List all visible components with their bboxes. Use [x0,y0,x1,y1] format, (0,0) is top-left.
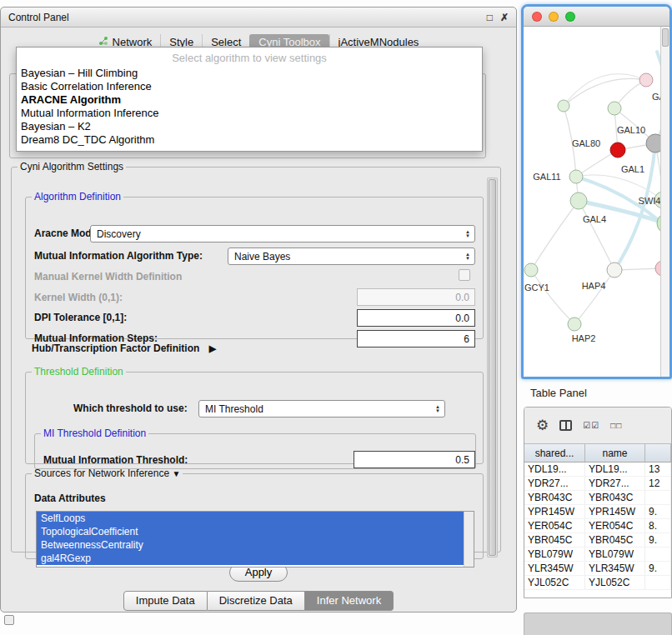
table-cell[interactable]: 13 [645,462,671,476]
which-threshold-label: Which threshold to use: [73,402,188,414]
table-cell[interactable]: YBL079W [585,548,645,561]
table-row[interactable]: YDL19...YDL19...13 [524,462,671,477]
network-edge[interactable] [531,270,574,324]
algorithm-option[interactable]: Mutual Information Inference [17,107,482,120]
attribute-item[interactable]: gal4RGexp [37,552,464,565]
mi-steps-field[interactable]: 6 [357,330,475,348]
close-window-icon[interactable]: ✗ [500,12,509,23]
table-cell[interactable]: YDL19... [585,462,645,476]
settings-scrollbar-thumb[interactable] [489,179,496,556]
bottom-tab-impute-data[interactable]: Impute Data [123,591,208,611]
network-edge[interactable] [531,201,579,270]
minimize-traffic-light[interactable] [549,12,559,22]
bottom-tab-discretize-data[interactable]: Discretize Data [208,591,305,611]
table-cell[interactable]: YDR27... [585,477,645,490]
table-cell[interactable]: YBR043C [524,491,585,504]
manual-kernel-width-checkbox [459,269,470,281]
table-cell[interactable] [645,576,671,589]
combo-arrows-icon: ▲▼ [465,226,470,242]
select-none-icon[interactable]: □□ [610,421,622,430]
algorithm-option[interactable]: ARACNE Algorithm [17,93,482,107]
column-header[interactable] [645,444,671,462]
float-window-icon[interactable]: □ [487,12,493,23]
settings-scrollbar[interactable] [487,178,498,558]
table-row[interactable]: YDR27...YDR27...12 [524,477,671,491]
mi-algorithm-type-select[interactable]: Naive Bayes ▲▼ [228,248,475,265]
sources-group: Sources for Network Inference ▼ Data Att… [25,468,484,559]
table-cell[interactable]: 9. [645,505,671,518]
algorithm-option[interactable]: Bayesian – K2 [17,120,482,133]
table-cell[interactable] [645,548,671,561]
table-row[interactable]: YJL052CYJL052C [524,576,671,590]
threshold-definition-group: Threshold Definition Which threshold to … [25,366,484,464]
settings-group-title: Cyni Algorithm Settings [20,161,123,172]
network-edge[interactable] [576,177,669,235]
bottom-tab-infer-network[interactable]: Infer Network [305,591,394,611]
table-cell[interactable]: 8. [645,519,671,532]
gear-icon[interactable]: ⚙ [536,418,549,432]
table-row[interactable]: YER054CYER054C8. [524,519,671,533]
table-cell[interactable]: YBR045C [585,533,645,547]
dpi-tolerance-field[interactable]: 0.0 [357,309,475,327]
attribute-item[interactable]: SelfLoops [37,512,464,525]
algorithm-option[interactable]: Basic Correlation Inference [17,80,482,93]
network-node[interactable] [608,102,621,115]
which-threshold-select[interactable]: MI Threshold ▲▼ [198,400,445,418]
table-row[interactable]: YBL079WYBL079W [524,548,671,562]
table-cell[interactable]: YPR145W [585,505,645,518]
table-row[interactable]: YBR045CYBR045C9. [524,533,671,548]
table-cell[interactable]: YBR045C [524,533,585,547]
table-cell[interactable]: YDR27... [524,477,585,490]
table-row[interactable]: YBR043CYBR043C [524,491,671,505]
table-cell[interactable]: YER054C [524,519,585,532]
mi-threshold-field[interactable]: 0.5 [354,451,475,468]
network-node[interactable] [558,100,569,112]
bottom-panel-bar [524,612,672,635]
table-cell[interactable]: YBR043C [585,491,645,504]
network-node[interactable] [568,318,581,331]
algorithm-option[interactable]: Dream8 DC_TDC Algorithm [17,133,482,147]
table-cell[interactable] [645,491,671,504]
table-cell[interactable]: 12 [645,477,671,490]
network-node[interactable] [639,73,653,87]
network-node[interactable] [570,192,587,209]
table-cell[interactable]: YLR345W [524,562,585,575]
table-cell[interactable]: YJL052C [585,576,645,589]
column-header[interactable]: name [585,444,645,462]
network-node[interactable] [569,170,583,183]
network-edge[interactable] [614,143,655,270]
canvas-scrollbar-thumb[interactable] [662,28,669,47]
aracne-mode-select[interactable]: Discovery ▲▼ [90,225,475,242]
attribute-item[interactable]: BetweennessCentrality [37,538,464,552]
table-cell[interactable]: YBL079W [524,548,585,561]
select-all-icon[interactable]: ☑☑ [583,421,599,430]
column-header[interactable]: shared... [524,444,585,462]
network-edge[interactable] [579,201,614,270]
table-cell[interactable]: YER054C [585,519,645,532]
collapse-down-icon[interactable]: ▼ [172,469,180,478]
canvas-scrollbar[interactable] [660,27,669,377]
attributes-scrollbar[interactable] [464,512,474,567]
network-node[interactable] [524,263,538,277]
table-row[interactable]: YLR345WYLR345W9. [524,562,671,576]
network-edge[interactable] [574,270,614,324]
table-cell[interactable]: YLR345W [585,562,645,575]
attribute-item[interactable]: TopologicalCoefficient [37,525,464,538]
data-attributes-label: Data Attributes [34,492,106,504]
table-cell[interactable]: YJL052C [524,576,585,589]
network-canvas[interactable]: GAL80GAL10GAL11GAL1SWI4GAL4GCY1HAP4HAP2G… [524,27,669,377]
table-cell[interactable]: 9. [645,533,671,547]
zoom-traffic-light[interactable] [565,12,575,22]
network-node[interactable] [607,262,622,278]
close-traffic-light[interactable] [532,12,542,22]
columns-icon[interactable] [559,420,572,431]
table-cell[interactable]: 9. [645,562,671,575]
hub-definition-toggle[interactable]: Hub/Transcription Factor Definition ▶ [32,342,216,354]
table-cell[interactable]: YDL19... [524,462,585,476]
node-label: GCY1 [524,282,549,292]
table-row[interactable]: YPR145WYPR145W9. [524,505,671,519]
algorithm-option[interactable]: Bayesian – Hill Climbing [17,67,482,80]
network-node[interactable] [610,142,625,158]
collapsed-panel-icon[interactable] [4,615,14,625]
table-cell[interactable]: YPR145W [524,505,585,518]
